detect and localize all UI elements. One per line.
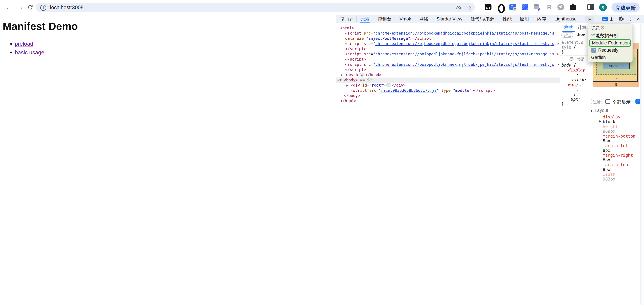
dom-tree-line[interactable]: ⋯▼<body> == $0 — [336, 78, 560, 83]
devtools-tab-网络[interactable]: 网络 — [419, 15, 428, 23]
menu-item-Module Federation[interactable]: Module Federation — [589, 39, 631, 47]
profile-avatar[interactable]: X — [599, 4, 607, 11]
preview-eye-icon[interactable]: ◎ — [456, 4, 461, 11]
show-all-checkbox[interactable] — [606, 99, 610, 104]
devtools-tab-应用[interactable]: 应用 — [520, 15, 529, 23]
expand-icon[interactable]: ▶ — [346, 83, 348, 88]
dom-tree-line[interactable]: <script src="main.99353058b36d3175.js" t… — [336, 88, 560, 93]
dom-tree-line[interactable]: </body> — [336, 93, 560, 98]
element-style-block[interactable]: element.style {} — [560, 39, 588, 55]
devtools-tab-Slardar View[interactable]: Slardar View — [436, 15, 462, 23]
devtools-tab-内存[interactable]: 内存 — [537, 15, 546, 23]
resource-link[interactable]: main.99353058b36d3175.js — [381, 88, 436, 92]
dom-tree-line[interactable]: <html> — [336, 26, 560, 31]
dom-tree-line[interactable]: </html> — [336, 98, 560, 104]
extension-printer-icon[interactable] — [534, 4, 541, 11]
resource-link[interactable]: chrome-extension://ojbbodkemjdhoiogaicbc… — [375, 42, 554, 46]
computed-property-margin-top[interactable]: margin-top8px — [588, 162, 640, 172]
page-link-basic-usage[interactable]: basic usage — [15, 49, 44, 56]
computed-property-display[interactable]: displayblock▶ — [588, 114, 640, 124]
back-icon[interactable]: ← — [5, 3, 14, 11]
update-chrome-button[interactable]: 完成更新 ⋮ — [612, 2, 640, 12]
extension-translate-icon[interactable]: G 文 — [510, 4, 517, 11]
sidebar-panel-icon[interactable] — [587, 4, 595, 11]
styles-filter-input[interactable]: 过滤 — [562, 32, 573, 38]
tab-styles[interactable]: 样式 — [564, 24, 573, 30]
computed-property-margin-bottom[interactable]: margin-bottom8px — [588, 134, 640, 143]
css-line[interactable]: 8px; — [560, 97, 588, 102]
dom-tree-line[interactable]: <script src="chrome-extension://ojbbodke… — [336, 31, 560, 36]
dom-tree-line[interactable]: <script src="chrome-extension://ojbbodke… — [336, 41, 560, 46]
extension-two-dots-icon[interactable] — [485, 4, 492, 11]
computed-property-margin-left[interactable]: margin-left8px — [588, 143, 640, 153]
css-line[interactable]: } — [560, 102, 588, 107]
css-line[interactable]: element.s — [560, 40, 588, 45]
devtools-tab-Lighthouse[interactable]: Lighthouse — [554, 15, 576, 23]
menu-item-Requestly[interactable]: ⇄Requestly — [588, 47, 632, 54]
body-rule-block[interactable]: body {display:block;margin:▶8px;} — [560, 62, 588, 107]
expand-icon[interactable]: ▶ — [599, 120, 602, 123]
devtools-tab-元素[interactable]: 元素 — [360, 15, 370, 23]
code-token: src — [362, 42, 371, 46]
dom-tree-line[interactable]: <script src="chrome-extension://poippddl… — [336, 52, 560, 57]
devtools-tab-性能[interactable]: 性能 — [502, 15, 512, 23]
extension-hatch-icon[interactable] — [522, 4, 529, 11]
dom-tree-line[interactable]: ▶<div id="root">…</div> — [336, 83, 560, 88]
inspect-element-icon[interactable] — [339, 16, 345, 22]
device-toolbar-icon[interactable] — [348, 16, 354, 22]
tab-computed[interactable]: 计算 — [578, 24, 586, 30]
resource-link[interactable]: chrome-extension://poippddljpknhnekfmjlf… — [375, 62, 554, 66]
devtools-tab-Vmok[interactable]: Vmok — [400, 15, 411, 23]
dom-tree-line[interactable]: </script> — [336, 46, 560, 52]
css-line[interactable]: margin — [560, 82, 588, 87]
url-text[interactable]: localhost:3008 — [50, 4, 84, 10]
computed-property-height[interactable]: height969px — [588, 124, 640, 134]
dom-tree-line[interactable]: </script> — [336, 67, 560, 72]
css-line[interactable]: block; — [560, 78, 588, 82]
scrollbar-gutter[interactable] — [640, 23, 644, 305]
css-line[interactable]: tyle { — [560, 45, 588, 50]
extension-r-icon[interactable]: R — [546, 4, 553, 11]
browser-menu-kebab-icon[interactable]: ⋮ — [632, 4, 637, 10]
devtools-menu-kebab-icon[interactable]: ⋮ — [628, 16, 633, 22]
css-line[interactable]: body { — [560, 63, 588, 68]
dom-tree-line[interactable]: data-e2e="injectPostMessage"></script> — [336, 36, 560, 41]
layout-group-header[interactable]: ▼Layout — [588, 108, 608, 113]
extension-ring-icon[interactable] — [498, 4, 505, 11]
dom-tree-line[interactable]: </script> — [336, 57, 560, 62]
group-checkbox[interactable]: ✓ — [636, 99, 640, 104]
bookmark-star-icon[interactable]: ☆ — [466, 4, 472, 11]
site-info-icon[interactable]: i — [40, 5, 46, 11]
css-line[interactable]: display — [560, 68, 588, 73]
reload-icon[interactable] — [27, 4, 34, 10]
dom-tree-line[interactable]: <script src="chrome-extension://poippddl… — [336, 62, 560, 67]
settings-gear-icon[interactable] — [618, 16, 624, 22]
computed-filter-input[interactable]: 过滤 — [591, 99, 603, 104]
css-line[interactable]: ▶ — [560, 92, 588, 97]
menu-item-Garfish[interactable]: Garfish — [588, 54, 632, 61]
address-bar[interactable]: i localhost:3008 ◎ ☆ — [36, 3, 475, 12]
resource-link[interactable]: chrome-extension://poippddljpknhnekfmjlf… — [375, 52, 554, 56]
pseudo-state-toggle[interactable]: :hov — [576, 32, 585, 37]
css-line[interactable]: } — [560, 50, 588, 55]
devtools-close-icon[interactable]: × — [636, 16, 640, 22]
menu-item-性能数据分析[interactable]: 性能数据分析 — [588, 32, 632, 39]
resource-link[interactable]: chrome-extension://ojbbodkemjdhoiogaicbc… — [375, 31, 554, 36]
collapse-icon[interactable]: ▼ — [340, 78, 342, 83]
menu-item-记录器[interactable]: 记录器 — [588, 25, 632, 32]
devtools-tab-控制台[interactable]: 控制台 — [378, 15, 391, 23]
expand-icon[interactable]: ▶ — [341, 72, 343, 78]
page-link-preload[interactable]: preload — [15, 40, 33, 47]
more-actions-icon[interactable]: ⋯ — [336, 78, 338, 83]
dom-tree-line[interactable]: ▶<head>…</head> — [336, 72, 560, 78]
css-line[interactable]: : — [560, 73, 588, 78]
box-model-content[interactable]: 983×969 — [603, 63, 630, 69]
computed-property-width[interactable]: width983px — [588, 172, 640, 182]
more-tabs-button[interactable]: » — [585, 16, 594, 22]
extension-pinwheel-icon[interactable]: ✚ — [558, 4, 565, 11]
css-line[interactable]: : — [560, 87, 588, 92]
devtools-tab-源代码/来源[interactable]: 源代码/来源 — [470, 15, 494, 23]
computed-property-margin-right[interactable]: margin-right8px — [588, 153, 640, 162]
forward-icon[interactable]: → — [16, 3, 24, 11]
extensions-puzzle-icon[interactable] — [570, 4, 577, 11]
